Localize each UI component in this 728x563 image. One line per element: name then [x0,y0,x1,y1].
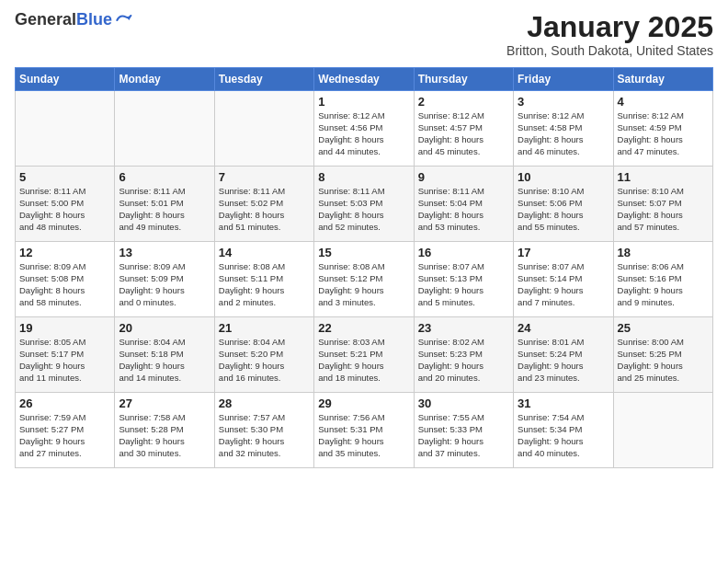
calendar-cell: 7Sunrise: 8:11 AM Sunset: 5:02 PM Daylig… [214,167,313,242]
calendar-cell: 19Sunrise: 8:05 AM Sunset: 5:17 PM Dayli… [16,317,115,393]
day-info: Sunrise: 8:11 AM Sunset: 5:04 PM Dayligh… [418,186,509,233]
day-info: Sunrise: 8:12 AM Sunset: 4:56 PM Dayligh… [318,110,409,157]
calendar-cell: 1Sunrise: 8:12 AM Sunset: 4:56 PM Daylig… [314,91,414,167]
calendar-cell: 28Sunrise: 7:57 AM Sunset: 5:30 PM Dayli… [214,393,313,468]
calendar-cell: 23Sunrise: 8:02 AM Sunset: 5:23 PM Dayli… [414,317,513,393]
day-info: Sunrise: 8:10 AM Sunset: 5:06 PM Dayligh… [518,186,609,233]
day-info: Sunrise: 8:04 AM Sunset: 5:18 PM Dayligh… [119,337,210,384]
day-info: Sunrise: 8:11 AM Sunset: 5:02 PM Dayligh… [219,186,310,233]
weekday-header: Sunday [16,68,115,91]
calendar-cell: 12Sunrise: 8:09 AM Sunset: 5:08 PM Dayli… [16,242,115,317]
calendar-cell: 30Sunrise: 7:55 AM Sunset: 5:33 PM Dayli… [414,393,513,468]
logo-text: GeneralBlue [15,11,112,29]
calendar-cell: 13Sunrise: 8:09 AM Sunset: 5:09 PM Dayli… [115,242,214,317]
day-info: Sunrise: 8:12 AM Sunset: 4:57 PM Dayligh… [418,110,509,157]
day-number: 14 [219,246,310,259]
page-container: GeneralBlue January 2025 Britton, South … [0,0,728,476]
calendar-cell: 16Sunrise: 8:07 AM Sunset: 5:13 PM Dayli… [414,242,513,317]
calendar-cell: 31Sunrise: 7:54 AM Sunset: 5:34 PM Dayli… [514,393,613,468]
day-number: 16 [418,246,509,259]
day-info: Sunrise: 8:12 AM Sunset: 4:59 PM Dayligh… [618,110,709,157]
day-number: 18 [618,246,709,259]
day-number: 7 [219,170,310,184]
day-number: 26 [19,396,110,410]
day-number: 2 [418,95,509,109]
calendar-body: 1Sunrise: 8:12 AM Sunset: 4:56 PM Daylig… [16,91,713,468]
calendar-cell: 26Sunrise: 7:59 AM Sunset: 5:27 PM Dayli… [16,393,115,468]
calendar-cell: 17Sunrise: 8:07 AM Sunset: 5:14 PM Dayli… [514,242,613,317]
day-info: Sunrise: 8:10 AM Sunset: 5:07 PM Dayligh… [618,186,709,233]
day-number: 13 [119,246,210,259]
day-number: 29 [318,396,409,410]
calendar-cell: 24Sunrise: 8:01 AM Sunset: 5:24 PM Dayli… [514,317,613,393]
day-number: 12 [19,246,110,259]
day-number: 9 [418,170,509,184]
header: GeneralBlue January 2025 Britton, South … [15,11,713,58]
calendar-cell: 15Sunrise: 8:08 AM Sunset: 5:12 PM Dayli… [314,242,414,317]
calendar-cell: 22Sunrise: 8:03 AM Sunset: 5:21 PM Dayli… [314,317,414,393]
day-number: 8 [318,170,409,184]
calendar-cell: 5Sunrise: 8:11 AM Sunset: 5:00 PM Daylig… [16,167,115,242]
day-info: Sunrise: 7:58 AM Sunset: 5:28 PM Dayligh… [119,412,210,459]
calendar-cell: 14Sunrise: 8:08 AM Sunset: 5:11 PM Dayli… [214,242,313,317]
day-info: Sunrise: 8:08 AM Sunset: 5:12 PM Dayligh… [318,261,409,308]
day-info: Sunrise: 8:11 AM Sunset: 5:00 PM Dayligh… [19,186,110,233]
calendar-cell [115,91,214,167]
calendar-cell: 2Sunrise: 8:12 AM Sunset: 4:57 PM Daylig… [414,91,513,167]
weekday-header: Saturday [613,68,712,91]
calendar-header: SundayMondayTuesdayWednesdayThursdayFrid… [16,68,713,91]
day-number: 22 [318,321,409,335]
calendar-cell: 21Sunrise: 8:04 AM Sunset: 5:20 PM Dayli… [214,317,313,393]
day-info: Sunrise: 8:09 AM Sunset: 5:08 PM Dayligh… [19,261,110,308]
day-number: 20 [119,321,210,335]
day-info: Sunrise: 8:09 AM Sunset: 5:09 PM Dayligh… [119,261,210,308]
weekday-header: Tuesday [214,68,313,91]
logo: GeneralBlue [15,11,132,29]
calendar-cell: 20Sunrise: 8:04 AM Sunset: 5:18 PM Dayli… [115,317,214,393]
month-title: January 2025 [506,11,713,43]
day-number: 27 [119,396,210,410]
logo-icon [114,11,132,29]
calendar-week-row: 12Sunrise: 8:09 AM Sunset: 5:08 PM Dayli… [16,242,713,317]
calendar-cell: 25Sunrise: 8:00 AM Sunset: 5:25 PM Dayli… [613,317,712,393]
day-info: Sunrise: 8:00 AM Sunset: 5:25 PM Dayligh… [618,337,709,384]
day-info: Sunrise: 7:57 AM Sunset: 5:30 PM Dayligh… [219,412,310,459]
calendar-table: SundayMondayTuesdayWednesdayThursdayFrid… [15,67,713,468]
day-number: 25 [618,321,709,335]
calendar-cell [214,91,313,167]
weekday-header: Friday [514,68,613,91]
day-number: 4 [618,95,709,109]
day-number: 19 [19,321,110,335]
calendar-week-row: 1Sunrise: 8:12 AM Sunset: 4:56 PM Daylig… [16,91,713,167]
day-info: Sunrise: 8:12 AM Sunset: 4:58 PM Dayligh… [518,110,609,157]
day-info: Sunrise: 8:05 AM Sunset: 5:17 PM Dayligh… [19,337,110,384]
day-info: Sunrise: 8:07 AM Sunset: 5:13 PM Dayligh… [418,261,509,308]
calendar-cell: 18Sunrise: 8:06 AM Sunset: 5:16 PM Dayli… [613,242,712,317]
day-number: 17 [518,246,609,259]
calendar-week-row: 5Sunrise: 8:11 AM Sunset: 5:00 PM Daylig… [16,167,713,242]
calendar-cell: 8Sunrise: 8:11 AM Sunset: 5:03 PM Daylig… [314,167,414,242]
day-info: Sunrise: 8:11 AM Sunset: 5:03 PM Dayligh… [318,186,409,233]
day-info: Sunrise: 8:02 AM Sunset: 5:23 PM Dayligh… [418,337,509,384]
title-block: January 2025 Britton, South Dakota, Unit… [506,11,713,58]
weekday-header: Monday [115,68,214,91]
day-number: 5 [19,170,110,184]
day-info: Sunrise: 8:04 AM Sunset: 5:20 PM Dayligh… [219,337,310,384]
day-info: Sunrise: 7:55 AM Sunset: 5:33 PM Dayligh… [418,412,509,459]
calendar-week-row: 19Sunrise: 8:05 AM Sunset: 5:17 PM Dayli… [16,317,713,393]
calendar-cell [613,393,712,468]
calendar-cell: 10Sunrise: 8:10 AM Sunset: 5:06 PM Dayli… [514,167,613,242]
day-info: Sunrise: 8:07 AM Sunset: 5:14 PM Dayligh… [518,261,609,308]
day-info: Sunrise: 7:54 AM Sunset: 5:34 PM Dayligh… [518,412,609,459]
calendar-cell: 29Sunrise: 7:56 AM Sunset: 5:31 PM Dayli… [314,393,414,468]
day-info: Sunrise: 8:08 AM Sunset: 5:11 PM Dayligh… [219,261,310,308]
day-number: 15 [318,246,409,259]
calendar-cell: 9Sunrise: 8:11 AM Sunset: 5:04 PM Daylig… [414,167,513,242]
day-number: 23 [418,321,509,335]
calendar-cell: 3Sunrise: 8:12 AM Sunset: 4:58 PM Daylig… [514,91,613,167]
weekday-header: Wednesday [314,68,414,91]
weekday-row: SundayMondayTuesdayWednesdayThursdayFrid… [16,68,713,91]
day-number: 3 [518,95,609,109]
day-info: Sunrise: 7:59 AM Sunset: 5:27 PM Dayligh… [19,412,110,459]
calendar-cell: 4Sunrise: 8:12 AM Sunset: 4:59 PM Daylig… [613,91,712,167]
